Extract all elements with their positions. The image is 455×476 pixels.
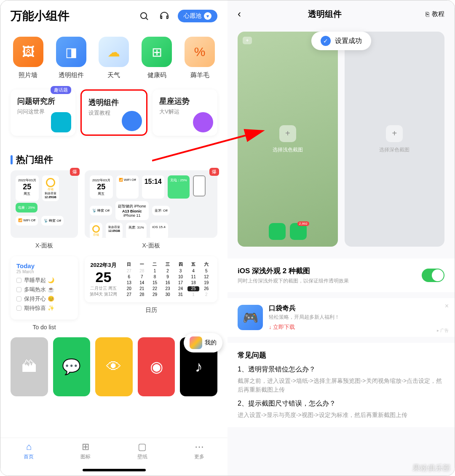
home-indicator[interactable] [83,469,146,471]
transparent-icon: ◨ [56,37,86,67]
more-icon: ⋯ [195,441,204,452]
tab-more[interactable]: ⋯更多 [171,441,228,476]
app-health-code[interactable]: ⊞健康码 [139,37,174,79]
svg-point-0 [141,13,147,19]
calendar-label: 日历 [85,307,217,314]
photo-icon: 🖼 [13,37,43,67]
netease-card[interactable]: ◉ [138,337,175,396]
todo-label: To do list [11,324,78,331]
panel-label: X-面板 [11,242,78,250]
hot-badge: 爆 [70,168,80,176]
check-icon: ✓ [321,36,331,46]
faq-section: 常见问题 1、透明背景错位怎么办？ 截屏之前，进入设置->墙纸->选择主屏幕预览… [228,343,455,427]
tab-home[interactable]: ⌂首页 [0,441,57,476]
qr-icon: ⊞ [142,37,172,67]
tab-bar: ⌂首页 ⊞图标 ▢壁纸 ⋯更多 [0,438,228,476]
card-horoscope[interactable]: 星座运势 大V解运 [153,89,217,136]
download-link[interactable]: ↓ 立即下载 [269,323,340,331]
weather-icon: ☁ [99,37,129,67]
appearance-toggle[interactable] [422,269,444,282]
ad-label: ▸ 广告 [437,328,449,333]
topic-badge: 趣话题 [51,86,71,94]
book-icon: ⎘ [426,11,429,18]
todo-widget[interactable]: Today 25 March 早睡早起 🌙 多喝热水 ☕ 保持开心 😊 期待惊喜… [11,256,78,320]
image-icon: ▢ [138,441,147,452]
photo-card[interactable]: 🏔 [11,337,48,396]
app-weather[interactable]: ☁天气 [96,37,132,79]
coupon-icon: % [185,37,215,67]
search-icon[interactable] [137,9,151,23]
calendar-widget[interactable]: 2022年3月 25 二月廿三 周五 第84天 第12周 日一二三四五六 272… [85,256,217,302]
grid-icon: ⊞ [82,441,89,452]
weibo-card[interactable]: 👁 [95,337,133,396]
dark-screenshot-picker[interactable]: + 选择深色截图 [345,32,445,247]
add-widget-icon: + [243,37,252,44]
app-title: 万能小组件 [11,8,131,24]
close-ad-icon[interactable]: × [445,302,449,310]
tutorial-button[interactable]: ⎘教程 [426,10,444,18]
xpanel-large[interactable]: 爆 2022年03月25周五 📶 WiFi Off 15:14 充电：25% 📡… [85,170,217,238]
plus-icon: + [279,125,296,142]
success-toast: ✓ 设置成功 [311,32,371,50]
my-icon [190,336,202,349]
hot-widgets-header: 热门组件 [0,141,228,170]
watermark: 果粉俱乐部 [412,463,450,473]
xpanel-small[interactable]: 爆 2022年03月25周五 存储剩余容量12.05GB 电量：25% 📶 Wi… [11,170,78,238]
dock-preview: 2,992 [269,223,307,240]
phone-app-icon [269,223,286,240]
svg-line-1 [146,18,148,20]
messages-app-icon: 2,992 [290,223,307,240]
hot-badge: 爆 [209,168,219,176]
wishlist-button[interactable]: 心愿池♥ [178,10,217,22]
appearance-setting: iOS 深浅外观 2 种截图 同时上传深浅外观下的截图，以保证组件透明效果 [228,258,455,292]
page-title: 透明组件 [229,8,420,20]
card-transparent-widget[interactable]: 透明组件 设置教程 [80,89,148,136]
panel-label: X-面板 [85,242,217,250]
ad-banner[interactable]: 🎮 口袋奇兵 轻松策略，开局超多新人福利！ ↓ 立即下载 × ▸ 广告 [228,298,455,337]
support-icon[interactable] [158,9,171,23]
calendar-grid: 日一二三四五六 272812345 6789101112 13141516171… [123,261,212,297]
plus-icon: + [386,125,403,142]
app-photo-wall[interactable]: 🖼照片墙 [11,37,46,79]
app-deals[interactable]: %薅羊毛 [182,37,217,79]
home-icon: ⌂ [26,441,32,452]
light-screenshot-picker[interactable]: + + 选择浅色截图 2,992 [238,32,338,247]
app-transparent[interactable]: ◨透明组件 [54,37,89,79]
card-questions[interactable]: 趣话题 问题研究所 问问这世界 [11,89,75,136]
hashtag-icon [51,112,71,132]
wechat-card[interactable]: 💬 [53,337,91,396]
phone-frame-icon [193,175,206,196]
gear-icon [122,111,142,131]
planet-icon [193,112,213,132]
ad-app-icon: 🎮 [238,305,263,330]
app-grid: 🖼照片墙 ◨透明组件 ☁天气 ⊞健康码 %薅羊毛 [0,32,228,84]
my-button[interactable]: 我的 [184,333,222,352]
